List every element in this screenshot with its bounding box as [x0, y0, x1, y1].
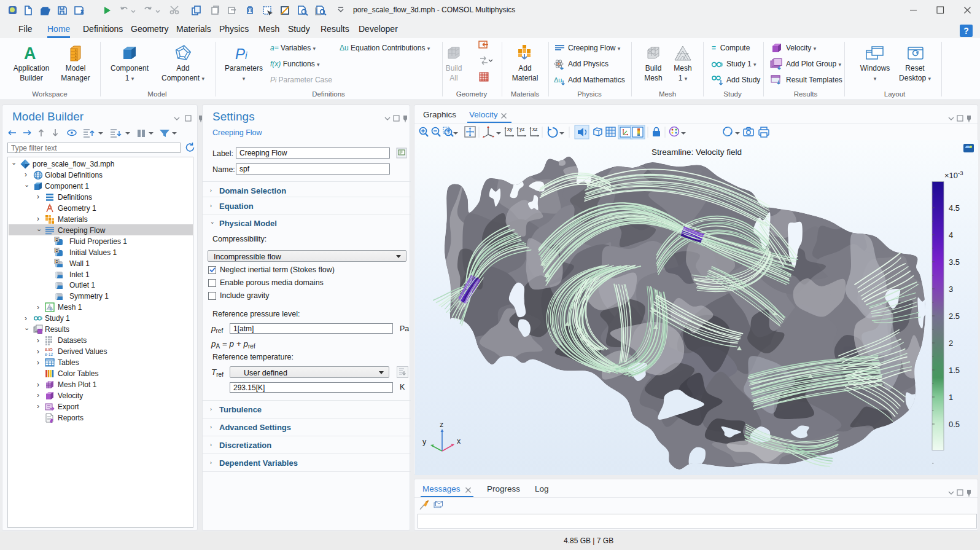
svg-text:z: z	[440, 420, 443, 429]
svg-text:D: D	[55, 248, 58, 253]
svg-text:1: 1	[949, 393, 953, 402]
svg-text:3.5: 3.5	[949, 257, 960, 267]
svg-text:D: D	[55, 237, 58, 242]
svg-text:1.5: 1.5	[949, 366, 960, 375]
svg-text:e-12: e-12	[45, 352, 53, 356]
svg-text:2: 2	[949, 339, 953, 348]
svg-text:y: y	[422, 438, 427, 446]
svg-text:D: D	[55, 259, 58, 264]
svg-text:A: A	[50, 308, 52, 312]
svg-text:4.5: 4.5	[949, 203, 960, 213]
svg-text:8.85: 8.85	[45, 347, 53, 352]
svg-text:Streamline: Velocity field: Streamline: Velocity field	[651, 147, 742, 157]
svg-text:3: 3	[949, 285, 953, 294]
svg-text:4: 4	[949, 230, 953, 240]
svg-text:x: x	[457, 437, 461, 446]
svg-text:Δu: Δu	[554, 76, 562, 84]
svg-text:2.5: 2.5	[949, 312, 960, 321]
svg-text:0.5: 0.5	[949, 420, 960, 429]
